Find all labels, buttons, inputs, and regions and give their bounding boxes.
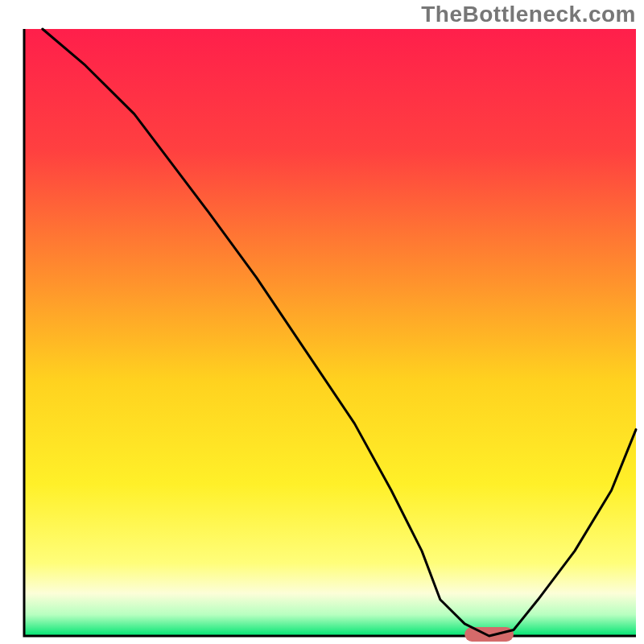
chart-frame: TheBottleneck.com xyxy=(0,0,644,644)
gradient-background xyxy=(24,29,636,636)
optimal-marker xyxy=(464,627,514,642)
bottleneck-chart xyxy=(0,0,644,644)
watermark-label: TheBottleneck.com xyxy=(421,2,636,27)
